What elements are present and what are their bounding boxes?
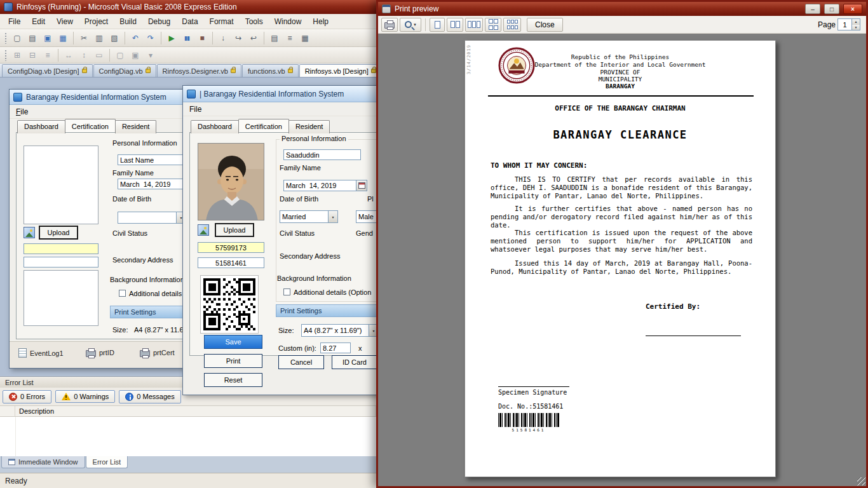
redo-icon[interactable]: ↷ xyxy=(144,31,158,45)
bring-to-front-icon[interactable]: ▢ xyxy=(113,48,127,62)
undo-icon[interactable]: ↶ xyxy=(128,31,142,45)
menu-tools[interactable]: Tools xyxy=(240,15,269,28)
spin-down-icon[interactable]: ▼ xyxy=(852,25,860,30)
six-pages-button[interactable] xyxy=(503,18,521,32)
send-to-back-icon[interactable]: ▣ xyxy=(128,48,142,62)
align-lefts-icon[interactable]: ⊟ xyxy=(25,48,39,62)
menu-data[interactable]: Data xyxy=(176,15,203,28)
tab-immediate-window[interactable]: Immediate Window xyxy=(1,456,85,468)
doc-number-textbox[interactable]: 51581461 xyxy=(198,257,264,268)
zoom-button[interactable]: ▾ xyxy=(400,18,421,32)
doc-tab-rinfosys-designer[interactable]: Rinfosys.Designer.vb xyxy=(157,64,241,77)
last-name-textbox[interactable]: Last Name xyxy=(118,154,186,165)
step-over-icon[interactable]: ↪ xyxy=(231,31,245,45)
maximize-button[interactable]: □ xyxy=(824,4,839,14)
open-file-icon[interactable]: ▤ xyxy=(25,31,39,45)
print-button[interactable]: Print xyxy=(204,354,262,368)
minimize-button[interactable]: – xyxy=(805,4,820,14)
error-list-grid[interactable] xyxy=(0,417,376,456)
file-menu[interactable]: File xyxy=(16,107,28,116)
page-number-spinner[interactable]: 1 ▲ ▼ xyxy=(837,18,860,30)
copy-icon[interactable]: ▥ xyxy=(92,31,106,45)
start-debug-icon[interactable]: ▶ xyxy=(165,31,179,45)
doc-tab-configdiag-code[interactable]: ConfigDiag.vb xyxy=(93,64,156,77)
menu-window[interactable]: Window xyxy=(269,15,308,28)
doc-tab-functions[interactable]: functions.vb xyxy=(242,64,299,77)
civil-status-combo[interactable]: ▾ xyxy=(118,212,186,224)
menu-format[interactable]: Format xyxy=(204,15,240,28)
upload-button[interactable]: Upload xyxy=(215,223,254,237)
align-centers-icon[interactable]: ≡ xyxy=(41,48,55,62)
cancel-button[interactable]: Cancel xyxy=(278,355,324,369)
id-number-textbox[interactable]: 57599173 xyxy=(198,242,264,253)
doc-number-textbox[interactable] xyxy=(24,257,98,268)
break-all-icon[interactable]: ▮▮ xyxy=(180,31,194,45)
last-name-textbox[interactable]: Saaduddin xyxy=(283,149,361,160)
prtid-component[interactable]: prtID xyxy=(86,348,114,357)
calendar-button[interactable] xyxy=(356,180,367,191)
additional-details-checkbox[interactable] xyxy=(283,288,290,295)
eventlog-component[interactable]: EventLog1 xyxy=(18,348,64,358)
properties-window-icon[interactable]: ≡ xyxy=(283,31,297,45)
step-into-icon[interactable]: ↓ xyxy=(216,31,230,45)
three-pages-button[interactable] xyxy=(465,18,483,32)
resize-grip[interactable] xyxy=(857,477,865,485)
id-number-textbox[interactable] xyxy=(24,243,98,254)
make-same-width-icon[interactable]: ↔ xyxy=(62,48,76,62)
save-button[interactable]: Save xyxy=(204,335,262,349)
birthdate-picker[interactable]: March 14, 2019 xyxy=(118,179,193,189)
additional-details-checkbox[interactable] xyxy=(119,290,126,297)
four-pages-button[interactable] xyxy=(485,18,501,32)
menu-edit[interactable]: Edit xyxy=(26,15,51,28)
more-options-icon[interactable]: ▾ xyxy=(144,48,158,62)
tab-error-list[interactable]: Error List xyxy=(86,456,128,468)
custom-width-textbox[interactable]: 8.27 xyxy=(320,342,351,353)
close-window-button[interactable]: × xyxy=(843,4,862,14)
one-page-button[interactable] xyxy=(430,18,445,32)
dropdown-icon[interactable]: ▾ xyxy=(328,211,337,222)
two-pages-button[interactable] xyxy=(447,18,463,32)
paste-icon[interactable]: ▧ xyxy=(107,31,121,45)
page-number-value[interactable]: 1 xyxy=(838,19,851,30)
menu-view[interactable]: View xyxy=(51,15,79,28)
prtcert-component[interactable]: prtCert xyxy=(140,348,175,357)
doc-tab-rinfosys-design[interactable]: Rinfosys.vb [Design] xyxy=(299,64,382,77)
toolbar-grip[interactable] xyxy=(4,50,7,61)
align-grid-icon[interactable]: ⊞ xyxy=(10,48,24,62)
paper-size-combo[interactable]: A4 (8.27" x 11.69") ▾ xyxy=(301,324,379,337)
cut-icon[interactable]: ✂ xyxy=(77,31,91,45)
step-out-icon[interactable]: ↩ xyxy=(247,31,261,45)
upload-button[interactable]: Upload xyxy=(39,226,78,240)
doc-tab-configdiag-design[interactable]: ConfigDiag.vb [Design] xyxy=(2,64,93,77)
menu-help[interactable]: Help xyxy=(307,15,334,28)
photo-picturebox[interactable] xyxy=(24,146,98,224)
tab-dashboard[interactable]: Dashboard xyxy=(17,120,65,133)
save-icon[interactable]: ▣ xyxy=(41,31,55,45)
civil-status-combo[interactable]: Married ▾ xyxy=(280,210,338,223)
tab-dashboard[interactable]: Dashboard xyxy=(191,120,239,133)
size-to-grid-icon[interactable]: ▭ xyxy=(92,48,106,62)
tab-resident[interactable]: Resident xyxy=(115,120,156,133)
close-preview-button[interactable]: Close xyxy=(527,18,563,32)
errors-filter-button[interactable]: 0 Errors xyxy=(3,390,51,403)
tab-resident[interactable]: Resident xyxy=(288,120,330,133)
menu-file[interactable]: File xyxy=(3,15,26,28)
birthdate-picker[interactable]: March 14, 2019 xyxy=(283,180,367,191)
save-all-icon[interactable]: ▦ xyxy=(56,31,70,45)
toolbar-grip[interactable] xyxy=(4,32,7,44)
tab-certification[interactable]: Certification xyxy=(238,119,289,132)
menu-build[interactable]: Build xyxy=(114,15,142,28)
description-column-header[interactable]: Description xyxy=(15,406,376,416)
file-menu[interactable]: File xyxy=(189,105,201,114)
stop-debug-icon[interactable]: ■ xyxy=(195,31,209,45)
qr-picturebox[interactable] xyxy=(24,270,98,326)
new-project-icon[interactable]: ▢ xyxy=(10,31,24,45)
menu-debug[interactable]: Debug xyxy=(142,15,176,28)
solution-explorer-icon[interactable]: ▤ xyxy=(268,31,281,45)
print-preview-titlebar[interactable]: Print preview – □ × xyxy=(378,2,866,16)
reset-button[interactable]: Reset xyxy=(204,373,262,387)
messages-filter-button[interactable]: 0 Messages xyxy=(119,390,180,403)
size-value[interactable]: A4 (8.27" x 11.6 xyxy=(134,326,184,334)
toolbox-icon[interactable]: ▦ xyxy=(298,31,312,45)
make-same-height-icon[interactable]: ↕ xyxy=(77,48,91,62)
